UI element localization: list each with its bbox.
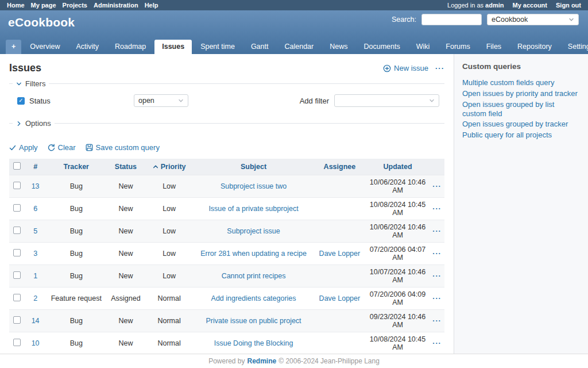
issue-subject-link[interactable]: Error 281 when updating a recipe [200, 250, 307, 258]
row-actions-button[interactable]: ··· [430, 243, 444, 265]
sign-out-link[interactable]: Sign out [556, 2, 581, 9]
custom-query-link-multiple-custom-fields-query[interactable]: Multiple custom fields query [462, 78, 580, 87]
issue-subject-link[interactable]: Private issue on public project [206, 317, 301, 325]
options-legend[interactable]: Options [13, 119, 55, 128]
project-jump-select[interactable]: eCookbook [487, 14, 579, 25]
add-filter-select[interactable] [334, 94, 439, 107]
column-header-updated[interactable]: Updated [366, 159, 430, 175]
issue-assignee-link[interactable]: Dave Lopper [319, 294, 361, 302]
row-actions-button[interactable]: ··· [430, 220, 444, 243]
issue-id-link[interactable]: 13 [32, 182, 40, 190]
top-menu-item-home[interactable]: Home [7, 2, 25, 9]
chevron-right-icon [16, 121, 22, 126]
tab-activity[interactable]: Activity [68, 40, 106, 54]
issue-assignee-cell [314, 332, 366, 355]
column-header-id[interactable]: # [25, 159, 46, 175]
clear-button[interactable]: Clear [48, 143, 76, 152]
apply-button[interactable]: Apply [9, 143, 38, 152]
row-actions-button[interactable]: ··· [430, 265, 444, 288]
tab-settings[interactable]: Settings [560, 40, 588, 54]
row-select-checkbox[interactable] [13, 271, 21, 279]
tab-spent-time[interactable]: Spent time [193, 40, 242, 54]
row-actions-button[interactable]: ··· [430, 288, 444, 310]
more-actions-button[interactable]: ··· [435, 64, 444, 72]
redmine-link[interactable]: Redmine [247, 357, 277, 365]
column-header-subject[interactable]: Subject [194, 159, 313, 175]
column-header-priority[interactable]: Priority [145, 159, 194, 175]
tab-repository[interactable]: Repository [510, 40, 559, 54]
tab-news[interactable]: News [322, 40, 355, 54]
row-actions-button[interactable]: ··· [430, 332, 444, 355]
issue-subject-link[interactable]: Cannot print recipes [222, 272, 286, 280]
issue-id-link[interactable]: 10 [32, 339, 40, 347]
tab-files[interactable]: Files [479, 40, 509, 54]
column-header-tracker[interactable]: Tracker [45, 159, 107, 175]
issue-id-link[interactable]: 3 [33, 250, 37, 258]
row-select-checkbox[interactable] [13, 316, 21, 324]
tab-issues[interactable]: Issues [154, 40, 192, 54]
save-custom-query-button[interactable]: Save custom query [86, 143, 160, 152]
top-menu-item-my-page[interactable]: My page [31, 2, 56, 9]
select-all-checkbox[interactable] [13, 162, 21, 170]
row-select-checkbox[interactable] [13, 182, 21, 189]
my-account-link[interactable]: My account [512, 2, 547, 9]
issue-assignee-link[interactable]: Dave Lopper [319, 250, 361, 258]
status-filter-checkbox[interactable] [17, 97, 25, 105]
issue-id-link[interactable]: 6 [33, 205, 37, 213]
chevron-down-icon [429, 98, 435, 103]
tab-gantt[interactable]: Gantt [243, 40, 276, 54]
row-select-cell [9, 310, 25, 332]
issue-id-link[interactable]: 1 [33, 272, 37, 280]
top-menu-item-administration[interactable]: Administration [94, 2, 138, 9]
issue-updated: 10/06/2024 10:46 AM [366, 175, 430, 198]
status-operator-select[interactable]: open [134, 94, 188, 107]
issue-id-link[interactable]: 2 [33, 294, 37, 302]
column-header-assignee[interactable]: Assignee [314, 159, 366, 175]
top-menu-item-help[interactable]: Help [145, 2, 158, 9]
row-select-cell [9, 288, 25, 310]
custom-query-link-open-issues-grouped-by-list-custom-field[interactable]: Open issues grouped by list custom field [462, 100, 580, 118]
new-issue-button[interactable]: New issue [383, 64, 428, 72]
search-input[interactable] [421, 14, 482, 25]
tab-calendar[interactable]: Calendar [277, 40, 321, 54]
row-actions-button[interactable]: ··· [430, 310, 444, 332]
custom-query-link-public-query-for-all-projects[interactable]: Public query for all projects [462, 131, 580, 140]
filters-legend[interactable]: Filters [13, 79, 49, 88]
custom-query-link-open-issues-grouped-by-tracker[interactable]: Open issues grouped by tracker [462, 120, 580, 129]
issue-subject-link[interactable]: Issue of a private subproject [208, 205, 298, 213]
filters-body: Status open Add filter [9, 84, 444, 114]
issue-subject-cell: Issue Doing the Blocking [194, 332, 313, 355]
row-select-checkbox[interactable] [13, 204, 21, 212]
tab-roadmap[interactable]: Roadmap [107, 40, 153, 54]
issue-assignee-cell [314, 310, 366, 332]
row-select-checkbox[interactable] [13, 249, 21, 256]
issue-id-cell: 1 [25, 265, 46, 288]
tab-documents[interactable]: Documents [356, 40, 407, 54]
issue-assignee-cell [314, 175, 366, 198]
content-area: Issues New issue ··· [0, 54, 588, 354]
filters-fieldset: Filters Status open Add filter [9, 83, 444, 114]
issue-tracker: Bug [45, 332, 107, 355]
issues-table-body: 13BugNewLowSubproject issue two10/06/202… [9, 175, 444, 368]
custom-query-link-open-issues-by-priority-and-tracker[interactable]: Open issues by priority and tracker [462, 89, 580, 98]
title-row: Issues New issue ··· [9, 62, 444, 74]
column-header-status[interactable]: Status [107, 159, 145, 175]
top-menu-item-projects[interactable]: Projects [63, 2, 87, 9]
row-select-checkbox[interactable] [13, 339, 21, 346]
issue-subject-link[interactable]: Subproject issue two [220, 182, 287, 190]
issue-subject-link[interactable]: Add ingredients categories [211, 294, 296, 302]
issue-subject-link[interactable]: Subproject issue [227, 227, 280, 235]
issue-subject-link[interactable]: Issue Doing the Blocking [214, 339, 293, 347]
row-select-checkbox[interactable] [13, 294, 21, 301]
tab-overview[interactable]: Overview [22, 40, 67, 54]
row-actions-button[interactable]: ··· [430, 198, 444, 220]
issue-id-link[interactable]: 5 [33, 227, 37, 235]
row-select-checkbox[interactable] [13, 227, 21, 234]
powered-by-text: Powered by [208, 357, 245, 365]
save-label: Save custom query [96, 143, 160, 152]
tab-forums[interactable]: Forums [438, 40, 477, 54]
row-actions-button[interactable]: ··· [430, 175, 444, 198]
add-tab-button[interactable]: + [6, 40, 21, 54]
tab-wiki[interactable]: Wiki [409, 40, 438, 54]
issue-id-link[interactable]: 14 [32, 317, 40, 325]
